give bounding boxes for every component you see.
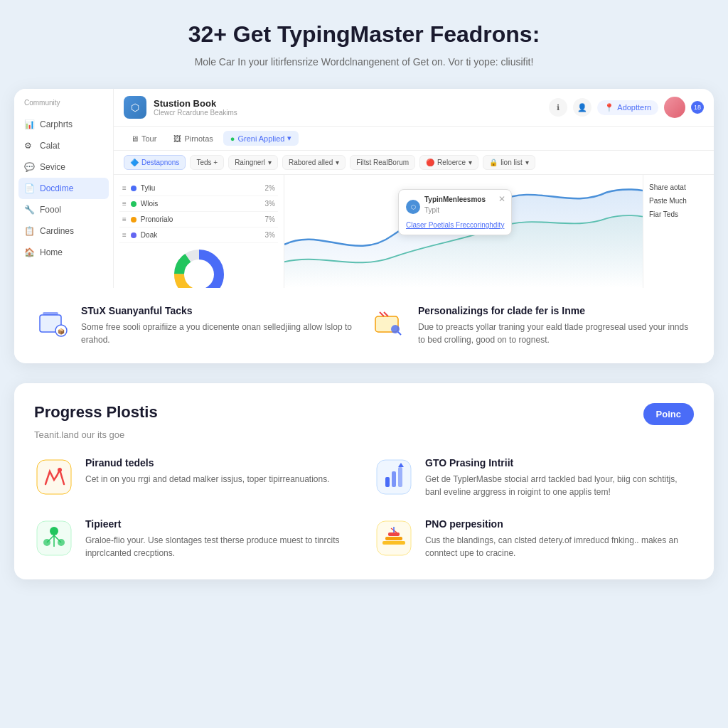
app-title: Stustion Book [154,98,542,109]
feature-icon-1 [371,305,408,342]
blue-diamond-icon: 🔷 [130,159,139,166]
feature-icon-0: 📦 [34,305,71,342]
progress-features-grid: Piranud tedels Cet in on you rrgi and de… [34,457,694,560]
sidebar-brand: Community [14,99,113,114]
donut-chart-container [119,246,278,288]
app-layout: Community 📊 Carphrts ⚙ Calat 💬 Sevice 📄 … [14,89,714,288]
right-panel: Share aotat Paste Much Fiar Teds [643,175,714,288]
progress-feature-content-1: GTO Prasing Intriit Get de TyplerMasbe s… [425,457,694,498]
app-content: ⬡ Stustion Book Clewcr Rcardune Beakims … [114,89,714,288]
progress-feature-1: GTO Prasing Intriit Get de TyplerMasbe s… [374,457,694,498]
toolbar-raingnerl[interactable]: Raingnerl ▾ [228,155,278,170]
chevron-down-icon: ▾ [268,159,272,166]
sort-icon: ≡ [122,215,127,223]
sidebar-item-home[interactable]: 🏠 Home [14,242,113,263]
svg-rect-18 [398,467,402,487]
table-row: ≡ Wlois 3% [119,196,278,212]
svg-rect-28 [382,541,405,545]
toolbar-lion-list[interactable]: 🔒 lion list ▾ [483,155,535,170]
sort-icon: ≡ [122,200,127,208]
sidebar: Community 📊 Carphrts ⚙ Calat 💬 Sevice 📄 … [14,89,114,288]
feature-content-1: Personalizings for clade fer is Inme Due… [418,305,694,346]
avatar [664,97,685,118]
toolbar-reloerce[interactable]: 🔴 Reloerce ▾ [419,155,478,170]
tool-icon: 🔧 [24,205,34,215]
gear-icon: ⚙ [24,141,34,151]
features-grid: 📦 STuX Suanyanful Tacks Some free sooli … [34,305,694,346]
svg-rect-17 [392,471,396,487]
color-dot [131,186,136,191]
header-actions: ℹ 👤 📍 Adopttern 18 [549,97,704,118]
svg-rect-16 [385,477,390,487]
list-icon: 📋 [24,226,34,236]
sidebar-item-carphts[interactable]: 📊 Carphrts [14,114,113,135]
progress-title: Progress Plostis [34,403,158,422]
features-section: 📦 STuX Suanyanful Tacks Some free sooli … [14,288,714,363]
table-row: ≡ Pronorialo 7% [119,212,278,228]
feature-content-0: STuX Suanyanful Tacks Some free sooli op… [81,305,357,346]
toolbar-teds[interactable]: Teds + [190,155,224,170]
lock-icon: 🔒 [489,159,498,166]
tab-greni-applied[interactable]: ● Greni Applied ▾ [223,131,299,146]
progress-subtitle: Teanit.land our its goe [34,429,694,440]
tab-pirnotas[interactable]: 🖼 Pirnotas [166,132,220,146]
sidebar-item-sevice[interactable]: 💬 Sevice [14,156,113,178]
tooltip-logo: ⬡ [406,200,420,214]
progress-icon-0 [34,457,74,497]
info-button[interactable]: ℹ [549,98,567,117]
donut-chart [171,246,228,288]
addon-button[interactable]: 📍 Adopttern [597,100,658,115]
sidebar-item-docdime[interactable]: 📄 Docdime [18,178,109,199]
sidebar-item-calat[interactable]: ⚙ Calat [14,135,113,156]
tab-bar: 🖥 Tour 🖼 Pirnotas ● Greni Applied ▾ [114,127,714,151]
svg-rect-30 [388,532,400,536]
sidebar-item-foool[interactable]: 🔧 Foool [14,199,113,220]
table-section: ≡ Tyliu 2% ≡ Wlois 3% ≡ Pronorial [114,175,284,288]
share-action[interactable]: Share aotat [649,181,708,194]
page-header: 32+ Get TypingMaster Feadrons: Mole Car … [14,21,714,68]
toolbar-rabored[interactable]: Rabored alled ▾ [282,155,346,170]
progress-feature-2: Tipieert Graloe-flio your. Use slontages… [34,518,354,560]
svg-point-14 [58,468,62,472]
progress-icon-1 [374,457,414,497]
app-card: Community 📊 Carphrts ⚙ Calat 💬 Sevice 📄 … [14,89,714,363]
table-row: ≡ Tyliu 2% [119,181,278,196]
progress-section: Progress Plostis Poinc Teanit.land our i… [14,383,714,579]
chevron-down-icon-2: ▾ [336,159,339,166]
page-subtitle: Mole Car In your litirfensrize Wordclnan… [151,56,577,68]
svg-point-21 [50,527,58,535]
color-dot [131,217,136,223]
red-icon: 🔴 [426,159,434,166]
progress-feature-content-0: Piranud tedels Cet in on you rrgi and de… [85,457,330,486]
sidebar-item-cardines[interactable]: 📋 Cardines [14,220,113,242]
progress-feature-3: PNO perpesition Cus the blandings, can c… [374,518,694,560]
tooltip-link[interactable]: Claser Poetials Freccoringhdity [406,221,504,229]
toolbar-filtst[interactable]: Filtst RealBorum [350,155,415,170]
point-button[interactable]: Poinc [643,403,694,425]
color-dot [131,232,136,238]
tab-tour[interactable]: 🖥 Tour [124,132,164,146]
dropdown-arrow-icon: ▾ [287,134,291,143]
tooltip-title-text: TypinMenleesmos Typit [424,196,486,218]
app-title-group: Stustion Book Clewcr Rcardune Beakims [154,98,542,117]
monitor-icon: 🖥 [131,134,139,143]
svg-line-12 [398,332,401,335]
app-logo: ⬡ [124,96,146,119]
user-button[interactable]: 👤 [573,98,592,117]
svg-line-9 [380,312,384,316]
paste-action[interactable]: Paste Much [649,194,708,208]
sort-icon: ≡ [122,184,127,192]
svg-line-10 [384,312,388,316]
svg-rect-29 [385,537,402,540]
page-title: 32+ Get TypingMaster Feadrons: [14,21,714,48]
tooltip-close-button[interactable]: ✕ [498,194,505,204]
app-header-bar: ⬡ Stustion Book Clewcr Rcardune Beakims … [114,89,714,127]
fiar-action[interactable]: Fiar Teds [649,208,708,221]
doc-icon: 📄 [24,183,34,193]
content-area: ≡ Tyliu 2% ≡ Wlois 3% ≡ Pronorial [114,175,714,288]
image-icon: 🖼 [173,134,181,143]
toolbar-destapnons[interactable]: 🔷 Destapnons [124,155,186,170]
notification-badge: 18 [691,101,704,114]
toolbar: 🔷 Destapnons Teds + Raingnerl ▾ Rabored … [114,151,714,175]
chevron-down-icon-4: ▾ [525,159,529,166]
